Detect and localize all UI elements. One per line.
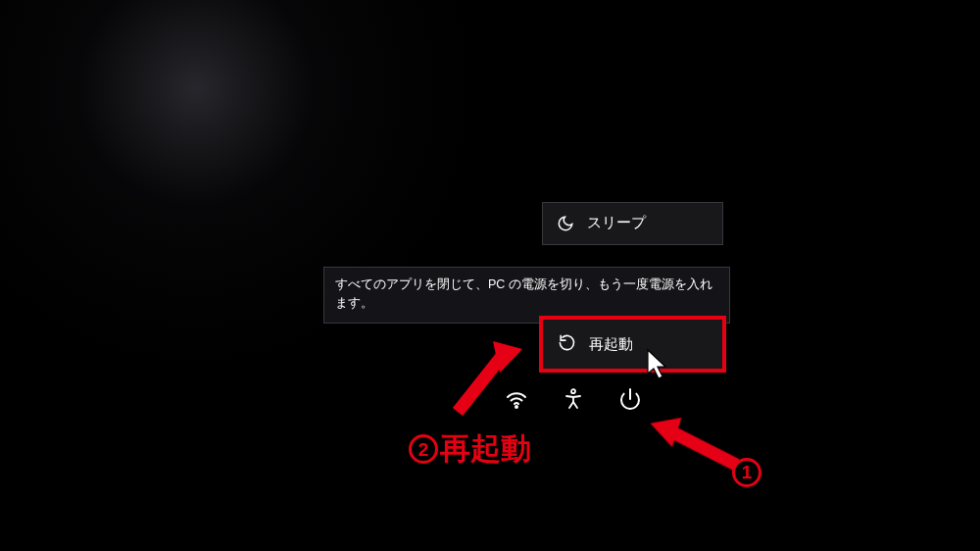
annotation-label-2: 2 再起動 [409, 428, 531, 470]
restart-label: 再起動 [589, 335, 633, 354]
power-menu-flyout: スリープ [542, 202, 723, 245]
annotation-number-1: 1 [732, 458, 761, 487]
annotation-label-1: 1 [732, 451, 761, 487]
sleep-menu-item[interactable]: スリープ [543, 203, 722, 244]
restart-tooltip: すべてのアプリを閉じて、PC の電源を切り、もう一度電源を入れます。 [323, 267, 730, 324]
svg-point-0 [515, 406, 517, 408]
moon-icon [557, 215, 574, 232]
sleep-label: スリープ [587, 214, 646, 232]
restart-icon [558, 333, 576, 355]
lock-screen-corner-icons [505, 387, 642, 411]
annotation-text-2: 再起動 [440, 428, 531, 470]
letterbox-right [766, 0, 980, 551]
power-icon[interactable] [618, 387, 642, 411]
tooltip-text: すべてのアプリを閉じて、PC の電源を切り、もう一度電源を入れます。 [335, 277, 712, 310]
wifi-icon[interactable] [505, 387, 528, 411]
accessibility-icon[interactable] [562, 387, 585, 411]
svg-point-1 [571, 389, 575, 393]
restart-menu-item[interactable]: 再起動 [542, 319, 723, 370]
annotation-number-2: 2 [409, 434, 438, 464]
